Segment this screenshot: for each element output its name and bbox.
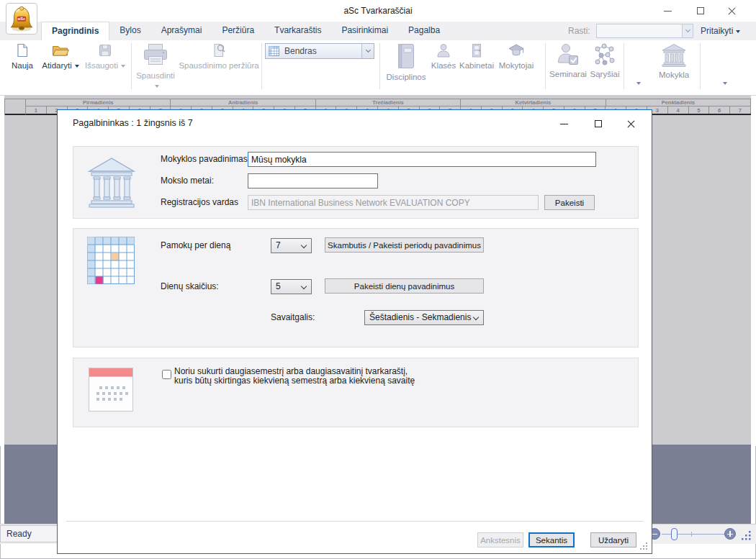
ribbon-separator [131, 43, 132, 89]
tt-day-header: Antradienis [171, 99, 315, 106]
window-resize-grip-icon[interactable] [740, 530, 752, 541]
dialog-title: Pagalbininkas : 1 žingsnis iš 7 [73, 118, 193, 128]
printer-icon [143, 43, 168, 68]
apply-label: Pritaikyti [701, 26, 733, 36]
open-dropdown-icon [75, 65, 79, 68]
timetable-corner-cell [5, 99, 26, 115]
school-button[interactable]: Mokykla [654, 43, 694, 80]
days-count-value: 5 [276, 281, 281, 291]
school-year-input[interactable] [248, 173, 378, 188]
rename-days-button[interactable]: Pakeisti dienų pavadinimus [325, 278, 484, 294]
ribbon-separator [379, 43, 380, 89]
subjects-button[interactable]: Disciplinos [383, 43, 429, 82]
subjects-label: Disciplinos [383, 73, 429, 82]
find-input[interactable] [596, 24, 693, 38]
lessons-per-day-select[interactable]: 7 [271, 238, 312, 253]
app-logo-bell-icon[interactable]: aSc [6, 3, 37, 35]
zoom-in-button[interactable] [724, 528, 736, 540]
new-label: Nauja [6, 61, 39, 71]
teachers-label: Mokytojai [495, 61, 537, 71]
weekend-select[interactable]: Šeštadienis - Sekmadienis [364, 310, 484, 325]
save-dropdown-icon [121, 65, 125, 68]
tab-aprašymai[interactable]: Aprašymai [151, 22, 212, 40]
ribbon-separator [545, 43, 546, 89]
print-preview-button[interactable]: Spausdinimo peržiūra [179, 43, 259, 71]
view-select-dropdown[interactable] [361, 44, 374, 58]
book-icon [396, 43, 416, 69]
chevron-down-icon [685, 27, 690, 32]
tab-bylos[interactable]: Bylos [109, 22, 150, 40]
tab-peržiūra[interactable]: Peržiūra [212, 22, 264, 40]
zoom-slider-thumb[interactable] [671, 528, 678, 540]
molecule-network-icon [593, 43, 616, 66]
zoom-slider-tick [691, 532, 692, 537]
dialog-resize-grip-icon[interactable] [639, 542, 648, 550]
dialog-minimize-button[interactable] [553, 116, 575, 132]
tt-day-header: Pirmadienis [26, 99, 171, 106]
teachers-button[interactable]: Mokytojai [495, 43, 537, 71]
app-window: aSc Tvarkaraščiai aSc PagrindinisBylosAp… [0, 0, 756, 559]
chevron-down-icon [473, 314, 479, 320]
ribbon-separator [261, 43, 262, 89]
dialog-close-button[interactable] [620, 116, 642, 132]
apply-button[interactable]: Pritaikyti [701, 24, 740, 38]
school-label: Mokykla [654, 71, 694, 80]
tab-pasirinkimai[interactable]: Pasirinkimai [331, 22, 398, 40]
dialog-maximize-button[interactable] [588, 116, 609, 132]
multi-term-checkbox[interactable] [162, 370, 171, 379]
person-icon [436, 43, 451, 58]
timetable-grid-icon [87, 237, 135, 284]
open-label: Atidaryti [39, 61, 82, 71]
previous-button: Ankstesnis [477, 532, 523, 547]
svg-text:aSc: aSc [18, 16, 27, 21]
new-document-icon [15, 43, 30, 58]
minimize-icon [664, 11, 672, 12]
classrooms-button[interactable]: Kabinetai [458, 43, 495, 71]
minimize-button[interactable] [651, 0, 684, 22]
print-button[interactable]: Spausdinti [134, 43, 177, 90]
more-options-icon[interactable] [636, 82, 641, 85]
maximize-button[interactable] [684, 0, 717, 22]
save-button[interactable]: Išsaugoti [82, 43, 128, 71]
days-count-select[interactable]: 5 [271, 279, 312, 294]
tab-pagrindinis[interactable]: Pagrindinis [41, 22, 109, 40]
maximize-icon [697, 7, 704, 14]
open-button[interactable]: Atidaryti [39, 43, 82, 71]
tab-tvarkaraštis[interactable]: Tvarkaraštis [264, 22, 331, 40]
relations-label: Sąryšiai [588, 70, 621, 79]
print-preview-label: Spausdinimo peržiūra [179, 61, 259, 71]
dialog-close-footer-button[interactable]: Uždaryti [590, 532, 636, 547]
next-button[interactable]: Sekantis [528, 532, 575, 547]
weekend-value: Šeštadienis - Sekmadienis [369, 312, 471, 322]
print-preview-icon [212, 43, 226, 58]
tt-period-header: 6 [709, 106, 730, 114]
tt-period-header: 4 [668, 106, 689, 114]
save-label: Išsaugoti [82, 61, 128, 71]
tt-period-header: 5 [689, 106, 710, 114]
door-icon [471, 43, 482, 58]
seminars-button[interactable]: Seminarai [547, 43, 589, 79]
tt-day-header: Ketvirtadienis [461, 99, 606, 106]
school-year-label: Mokslo metai: [161, 176, 214, 186]
print-dropdown-icon [155, 85, 159, 88]
person-check-icon [557, 43, 579, 66]
weekend-label: Savaitgalis: [271, 312, 315, 322]
classes-button[interactable]: Klasės [429, 43, 458, 71]
tab-pagalba[interactable]: Pagalba [398, 22, 450, 40]
close-button[interactable] [715, 0, 748, 22]
view-select[interactable]: Bendras [265, 43, 374, 59]
lessons-per-day-label: Pamokų per dieną [161, 240, 230, 250]
find-dropdown-button[interactable] [682, 24, 693, 37]
calendar-icon [87, 366, 135, 414]
tt-day-row: PirmadienisAntradienisTrečiadienisKetvir… [26, 99, 751, 106]
more-options-icon[interactable] [723, 82, 727, 85]
relations-button[interactable]: Sąryšiai [588, 43, 621, 79]
titlebar: aSc Tvarkaraščiai [0, 0, 756, 22]
school-name-input[interactable] [248, 152, 596, 167]
bells-button[interactable]: Skambutis / Pakeisti periodų pavadinimus [325, 237, 484, 253]
ribbon-separator [700, 43, 701, 89]
new-button[interactable]: Nauja [6, 43, 39, 71]
change-registration-button[interactable]: Pakeisti [544, 195, 595, 210]
ribbon: Nauja Atidaryti Išsaugoti [0, 40, 756, 96]
bell-icon: aSc [8, 4, 35, 33]
